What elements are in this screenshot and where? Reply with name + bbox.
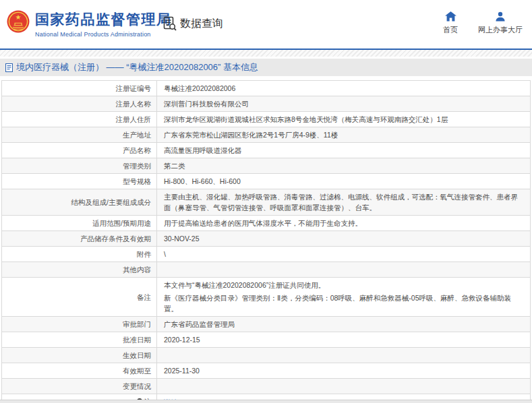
row-value: 2020-12-15 <box>157 332 531 348</box>
person-icon <box>495 11 506 22</box>
row-label-text: 生效日期 <box>123 351 151 359</box>
table-row: 有效期至2025-11-30 <box>2 363 531 379</box>
row-value-line: 新《医疗器械分类目录》管理类别：Ⅱ类，分类编码：08呼吸、麻醉和急救器械-05呼… <box>164 292 523 314</box>
row-label-text: 型号规格 <box>123 177 151 185</box>
row-label: 生产地址 <box>2 127 157 143</box>
table-row: 型号规格Hi-800、Hi-660、Hi-600 <box>2 174 531 189</box>
row-label-text: 注册证编号 <box>116 84 152 92</box>
nav-service-hall-label: 网上办事大厅 <box>478 25 523 35</box>
org-title-block: 国家药品监督管理局 National Medical Products Admi… <box>35 10 172 38</box>
row-label: 型号规格 <box>2 174 157 189</box>
row-label-text: 生产地址 <box>123 131 151 139</box>
table-row: 注册证编号粤械注准20202082006 <box>2 81 531 96</box>
row-value: 深圳普门科技股份有限公司 <box>157 96 531 112</box>
nav-home[interactable]: 首页 <box>443 11 458 35</box>
table-row: 注册人住所深圳市龙华区观湖街道观城社区求知东路8号金地天悦湾（梅关高速与环观南路… <box>2 112 531 127</box>
header-texture-band <box>0 50 532 57</box>
home-icon <box>445 11 456 22</box>
row-label: 产品名称 <box>2 143 157 158</box>
row-value: 2025-11-30 <box>157 363 531 379</box>
row-label-text: 其他内容 <box>123 266 151 274</box>
svg-text:★: ★ <box>16 13 22 21</box>
row-value: 深圳市龙华区观湖街道观城社区求知东路8号金地天悦湾（梅关高速与环观南路交汇处）1… <box>157 112 531 127</box>
site-header: ★ 国家药品监督管理局 National Medical Products Ad… <box>0 0 532 49</box>
row-value: 本文件与“粤械注准20202082006”注册证共同使用。新《医疗器械分类目录》… <box>157 278 531 317</box>
row-label-text: 有效期至 <box>123 367 151 375</box>
row-label: 产品储存条件及有效期 <box>2 231 157 247</box>
info-table-body: 注册证编号粤械注准20202082006注册人名称深圳普门科技股份有限公司注册人… <box>2 81 531 403</box>
table-row: 结构及组成/主要组成成分主要由主机、湿化罐、加热呼吸管路、消毒管路、过滤棉、电源… <box>2 189 531 216</box>
row-value-line: 本文件与“粤械注准20202082006”注册证共同使用。 <box>164 280 523 290</box>
row-value: Hi-800、Hi-660、Hi-600 <box>157 174 531 189</box>
page-title-bar: 境内医疗器械（注册） —— “粤械注准20202082006” 基本信息 <box>0 59 532 76</box>
row-label: 注册人名称 <box>2 96 157 112</box>
nav-service-hall[interactable]: 网上办事大厅 <box>478 11 523 35</box>
document-icon <box>5 63 13 72</box>
row-label: 有效期至 <box>2 363 157 379</box>
row-label-text: 管理类别 <box>123 162 151 170</box>
row-label-text: 产品名称 <box>123 146 151 154</box>
row-value: 广东省东莞市松山湖园区彰化路2号1号厂房4-9楼、11楼 <box>157 127 531 143</box>
nav-home-label: 首页 <box>443 25 458 35</box>
row-label: 附件 <box>2 247 157 262</box>
row-value <box>157 262 531 278</box>
row-label-text: 注册人名称 <box>116 100 152 108</box>
row-value: 主要由主机、湿化罐、加热呼吸管路、消毒管路、过滤棉、电源线、软件组成，可选配：氧… <box>157 189 531 216</box>
row-value: 高流量医用呼吸道湿化器 <box>157 143 531 158</box>
header-nav: 首页 网上办事大厅 <box>443 11 523 35</box>
row-value: 用于提高输送给患者的医用气体湿度水平，不能用于生命支持。 <box>157 216 531 231</box>
table-row: 产品名称高流量医用呼吸道湿化器 <box>2 143 531 158</box>
row-label: 适用范围/预期用途 <box>2 216 157 231</box>
national-emblem-logo: ★ <box>7 9 30 35</box>
row-value: 第二类 <box>157 158 531 174</box>
row-label-text: 注册人住所 <box>116 115 152 123</box>
table-row: 其他内容 <box>2 262 531 278</box>
page-footer-bar <box>0 400 532 403</box>
row-label-text: 批准日期 <box>123 336 151 344</box>
table-row: 附件\ <box>2 247 531 262</box>
row-label-text: 附件 <box>137 250 151 258</box>
row-label: 注册证编号 <box>2 81 157 96</box>
row-label: 注册人住所 <box>2 112 157 127</box>
row-label: 批准日期 <box>2 332 157 348</box>
row-value <box>157 348 531 363</box>
row-label-text: 变更情况 <box>123 382 151 390</box>
row-label: 结构及组成/主要组成成分 <box>2 189 157 216</box>
row-label-text: 备注 <box>137 293 151 301</box>
row-label: 生效日期 <box>2 348 157 363</box>
info-table: 注册证编号粤械注准20202082006注册人名称深圳普门科技股份有限公司注册人… <box>1 80 531 403</box>
row-label: 备注 <box>2 278 157 317</box>
table-row: 备注本文件与“粤械注准20202082006”注册证共同使用。新《医疗器械分类目… <box>2 278 531 317</box>
org-name-cn: 国家药品监督管理局 <box>35 10 172 29</box>
row-value: 广东省药品监督管理局 <box>157 317 531 332</box>
page-title: 境内医疗器械（注册） —— “粤械注准20202082006” 基本信息 <box>16 61 258 73</box>
row-value: 粤械注准20202082006 <box>157 81 531 96</box>
row-label: 管理类别 <box>2 158 157 174</box>
data-query-section[interactable]: 数据查询 <box>163 16 223 31</box>
table-row: 生产地址广东省东莞市松山湖园区彰化路2号1号厂房4-9楼、11楼 <box>2 127 531 143</box>
row-label-text: 审批部门 <box>123 320 151 328</box>
org-name-en: National Medical Products Administration <box>35 31 172 38</box>
table-row: 管理类别第二类 <box>2 158 531 174</box>
row-label-text: 适用范围/预期用途 <box>92 219 151 227</box>
data-query-label: 数据查询 <box>180 17 223 31</box>
table-row: 注册人名称深圳普门科技股份有限公司 <box>2 96 531 112</box>
row-label-text: 产品储存条件及有效期 <box>80 235 151 243</box>
row-value: 30-NOV-25 <box>157 231 531 247</box>
row-value: \ <box>157 247 531 262</box>
row-label: 其他内容 <box>2 262 157 278</box>
table-row: 生效日期 <box>2 348 531 363</box>
table-row: 变更情况 <box>2 379 531 394</box>
row-label: 变更情况 <box>2 379 157 394</box>
row-label-text: 结构及组成/主要组成成分 <box>71 198 151 206</box>
table-row: 产品储存条件及有效期30-NOV-25 <box>2 231 531 247</box>
table-row: 适用范围/预期用途用于提高输送给患者的医用气体湿度水平，不能用于生命支持。 <box>2 216 531 231</box>
table-row: 审批部门广东省药品监督管理局 <box>2 317 531 332</box>
row-label: 审批部门 <box>2 317 157 332</box>
row-value <box>157 379 531 394</box>
table-row: 批准日期2020-12-15 <box>2 332 531 348</box>
document-search-icon <box>163 16 177 31</box>
